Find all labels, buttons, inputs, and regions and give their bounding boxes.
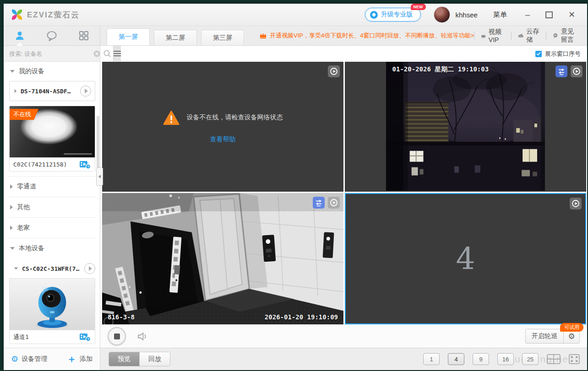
stream-switch-button[interactable] xyxy=(555,65,567,77)
group-local-devices[interactable]: 本地设备 xyxy=(9,238,95,258)
sidebar-tab-bar xyxy=(4,26,100,45)
app-logo: EZVIZ萤石云 xyxy=(11,9,80,21)
custom-layout-button[interactable] xyxy=(547,354,561,364)
tab-screen-3[interactable]: 第三屏 xyxy=(201,30,244,45)
window-number: 4 xyxy=(346,194,585,323)
video-window-3[interactable]: 816-3-8 2026-01-20 19:10:09 xyxy=(102,193,343,324)
video-window-1[interactable]: 设备不在线，请检查设备网络状态 查看帮助 xyxy=(102,62,343,192)
chevron-right-icon xyxy=(10,205,13,210)
volume-button[interactable] xyxy=(137,332,148,341)
clear-icon[interactable] xyxy=(93,50,100,57)
show-window-number-checkbox[interactable] xyxy=(535,51,542,57)
live-video-night: 01-20-2026 星期二 19:10:03 xyxy=(386,62,545,192)
feedback-link[interactable]: 意见留言 xyxy=(546,27,585,44)
play-device-button[interactable] xyxy=(80,86,91,97)
layout-16-button[interactable]: 16 xyxy=(497,353,514,365)
tab-screen-2[interactable]: 第二屏 xyxy=(154,30,197,45)
playback-overlay-button[interactable] xyxy=(328,65,340,77)
avatar[interactable] xyxy=(434,6,450,23)
video-vip-link[interactable]: 视频VIP xyxy=(474,28,511,43)
add-device-button[interactable]: ＋ 添加 xyxy=(67,355,93,363)
grid-options-row: 展示窗口序号 xyxy=(100,46,587,62)
list-menu-button[interactable] xyxy=(113,46,121,61)
trial-badge: 可试用 xyxy=(560,323,583,332)
cloud-storage-link[interactable]: 云存储 xyxy=(512,27,546,44)
device-sidebar: 我的设备 DS-7104N-ASDF… 不在线 C02C(742112158) xyxy=(4,46,100,370)
playback-overlay-button[interactable] xyxy=(571,65,583,77)
group-laojia[interactable]: 老家 xyxy=(9,217,95,238)
vip-diamond-icon xyxy=(370,11,378,19)
layout-1-button[interactable]: 1 xyxy=(423,353,440,365)
ezviz-logo-icon xyxy=(11,9,23,21)
maximize-button[interactable] xyxy=(545,11,553,18)
crown-icon xyxy=(259,32,267,39)
group-other[interactable]: 其他 xyxy=(9,197,95,217)
stop-icon xyxy=(114,333,120,339)
device-nvr-row[interactable]: DS-7104N-ASDF… xyxy=(9,81,95,101)
group-my-devices[interactable]: 我的设备 xyxy=(9,62,95,80)
layout-25-button[interactable]: 25 xyxy=(522,353,539,365)
playback-controls: 可试用 开启轮巡 ⚙ xyxy=(100,324,587,348)
camera-product-image xyxy=(10,279,95,330)
close-button[interactable]: ✕ xyxy=(568,10,575,20)
gear-icon: ⚙ xyxy=(11,354,18,364)
thumb-osd xyxy=(64,153,92,155)
group-zero-channel[interactable]: 零通道 xyxy=(9,176,95,197)
device-local-camera-row[interactable]: CS-C02C-31WFR(7… xyxy=(9,258,95,278)
layout-4-button[interactable]: 4 xyxy=(448,353,464,365)
fullscreen-icon xyxy=(569,354,580,364)
layout-9-button[interactable]: 9 xyxy=(473,353,489,365)
app-title: EZVIZ萤石云 xyxy=(27,10,80,20)
app-window: EZVIZ萤石云 升级专业版 NEW khhsee 菜单 – ✕ xyxy=(4,4,587,370)
tab-screen-1[interactable]: 第一屏 xyxy=(107,28,150,45)
start-patrol-button[interactable]: 开启轮巡 xyxy=(525,329,564,344)
camera-thumbnail[interactable] xyxy=(10,279,95,330)
tab-messages[interactable] xyxy=(41,26,62,45)
minimize-button[interactable]: – xyxy=(525,12,530,17)
video-window-4[interactable]: 4 xyxy=(345,193,586,324)
playback-history-icon[interactable] xyxy=(80,333,91,342)
sidebar-collapse-handle[interactable] xyxy=(96,167,103,186)
chevron-down-icon xyxy=(10,70,15,73)
menu-button[interactable]: 菜单 xyxy=(493,11,507,19)
stream-switch-icon xyxy=(315,199,323,207)
new-badge: NEW xyxy=(411,4,426,10)
camera-card-channel1[interactable]: 通道1 xyxy=(9,278,95,344)
chevron-right-icon xyxy=(15,89,17,93)
offline-badge: 不在线 xyxy=(10,109,38,120)
video-window-2[interactable]: 01-20-2026 星期二 19:10:03 xyxy=(345,62,586,192)
preview-tab[interactable]: 预览 xyxy=(109,352,139,366)
device-tree: 我的设备 DS-7104N-ASDF… 不在线 C02C(742112158) xyxy=(4,62,100,348)
device-manage-button[interactable]: ⚙ 设备管理 xyxy=(11,354,47,364)
stream-switch-icon xyxy=(557,67,566,75)
video-grid: 设备不在线，请检查设备网络状态 查看帮助 xyxy=(102,62,586,324)
play-device-button[interactable] xyxy=(84,263,95,274)
speaker-icon xyxy=(137,332,148,341)
playback-overlay-button[interactable] xyxy=(328,197,340,209)
bottom-bar: 预览 回放 uuu.lnng.ne 1 4 9 16 25 xyxy=(100,348,587,370)
check-icon xyxy=(536,52,541,56)
chevron-down-icon xyxy=(10,247,15,250)
search-icon[interactable] xyxy=(103,49,111,58)
playback-tab[interactable]: 回放 xyxy=(139,352,170,366)
upgrade-pro-button[interactable]: 升级专业版 NEW xyxy=(365,8,421,22)
crown-gray-icon xyxy=(481,33,486,39)
playback-overlay-button[interactable] xyxy=(570,198,582,210)
camera-card-c02c[interactable]: 不在线 C02C(742112158) xyxy=(9,106,95,172)
stream-switch-button[interactable] xyxy=(313,197,325,209)
title-bar: EZVIZ萤石云 升级专业版 NEW khhsee 菜单 – ✕ xyxy=(4,4,587,26)
playback-history-icon[interactable] xyxy=(80,160,91,169)
vip-promo-banner[interactable]: 开通视频VIP，享受4倍下载时长、4窗口同时回放、不间断播放、轮巡等功能> xyxy=(259,26,474,45)
view-help-link[interactable]: 查看帮助 xyxy=(210,135,236,144)
osd-camera-name: 816-3-8 xyxy=(108,313,135,321)
tab-apps[interactable] xyxy=(73,26,94,45)
fullscreen-button[interactable] xyxy=(569,354,580,364)
hamburger-icon xyxy=(114,51,121,56)
grid-icon xyxy=(78,30,89,41)
gear-icon: ⚙ xyxy=(568,332,575,341)
stop-button[interactable] xyxy=(108,327,126,345)
camera-thumbnail[interactable]: 不在线 xyxy=(10,106,95,157)
tab-devices[interactable] xyxy=(9,26,30,45)
search-input[interactable] xyxy=(8,50,91,58)
osd-timestamp: 2026-01-20 19:10:09 xyxy=(265,313,338,321)
